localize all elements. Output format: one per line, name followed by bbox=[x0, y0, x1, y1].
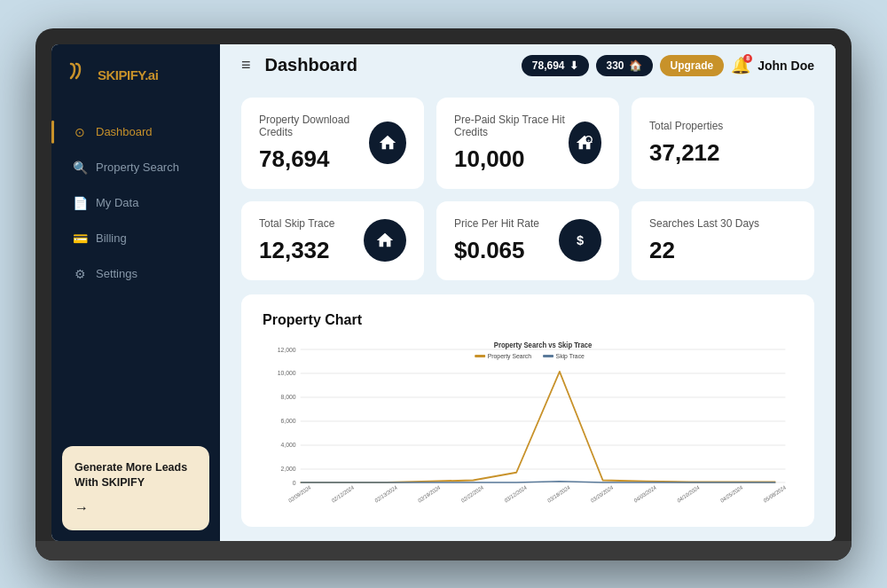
stat-value: 22 bbox=[649, 237, 759, 264]
stat-label: Price Per Hit Rate bbox=[454, 217, 539, 230]
svg-text:02/09/2024: 02/09/2024 bbox=[287, 483, 311, 503]
sidebar-item-label: Property Search bbox=[96, 161, 179, 174]
stat-icon-home bbox=[369, 122, 406, 164]
svg-text:03/18/2024: 03/18/2024 bbox=[547, 483, 571, 503]
header: ≡ Dashboard 78,694 ⬇ 330 🏠 Upgrade bbox=[220, 44, 836, 87]
stat-icon-dollar: $ bbox=[559, 219, 601, 262]
svg-text:8,000: 8,000 bbox=[280, 392, 295, 401]
laptop-base bbox=[35, 541, 852, 561]
promo-arrow: → bbox=[75, 500, 197, 516]
stat-icon-skip-trace: + bbox=[569, 122, 601, 164]
stat-value: $0.065 bbox=[454, 237, 539, 264]
dashboard-body: Property Download Credits 78,694 Pre-Pai… bbox=[220, 87, 836, 541]
logo-text: SKIPIFY.ai bbox=[98, 67, 158, 82]
promo-text: Generate More Leads With SKIPIFY bbox=[75, 460, 197, 491]
chart-card: Property Chart bbox=[241, 294, 814, 527]
menu-icon[interactable]: ≡ bbox=[241, 56, 251, 74]
stat-label: Total Properties bbox=[649, 120, 723, 132]
stat-card-total-properties: Total Properties 37,212 bbox=[632, 98, 814, 189]
svg-text:10,000: 10,000 bbox=[278, 368, 296, 377]
sidebar-item-label: Billing bbox=[96, 231, 127, 245]
svg-text:2,000: 2,000 bbox=[280, 464, 295, 473]
sidebar-item-label: Settings bbox=[96, 267, 137, 280]
sidebar: SKIPIFY.ai ⊙ Dashboard 🔍 Property Search… bbox=[51, 44, 220, 541]
svg-text:02/22/2024: 02/22/2024 bbox=[460, 483, 484, 503]
svg-text:04/10/2024: 04/10/2024 bbox=[677, 483, 701, 503]
svg-text:03/20/2024: 03/20/2024 bbox=[590, 483, 614, 503]
svg-text:12,000: 12,000 bbox=[278, 345, 296, 354]
chart-title: Property Chart bbox=[263, 312, 793, 328]
svg-text:02/13/2024: 02/13/2024 bbox=[374, 483, 398, 503]
stats-grid: Property Download Credits 78,694 Pre-Pai… bbox=[241, 98, 814, 280]
upgrade-label: Upgrade bbox=[671, 59, 714, 72]
svg-text:$: $ bbox=[577, 233, 584, 247]
svg-rect-20 bbox=[543, 355, 553, 357]
laptop-shell: SKIPIFY.ai ⊙ Dashboard 🔍 Property Search… bbox=[35, 28, 852, 561]
stat-label: Pre-Paid Skip Trace Hit Credits bbox=[454, 114, 569, 138]
sidebar-item-settings[interactable]: ⚙ Settings bbox=[59, 257, 213, 291]
page-title: Dashboard bbox=[265, 55, 511, 75]
main-content: ≡ Dashboard 78,694 ⬇ 330 🏠 Upgrade bbox=[220, 44, 836, 541]
stat-card-skip-trace-credits: Pre-Paid Skip Trace Hit Credits 10,000 + bbox=[436, 98, 619, 189]
stat-label: Searches Last 30 Days bbox=[649, 217, 759, 230]
stat-value: 37,212 bbox=[649, 139, 723, 167]
download-credits-badge: 78,694 ⬇ bbox=[522, 55, 589, 76]
search-icon: 🔍 bbox=[73, 161, 87, 175]
user-name: John Doe bbox=[757, 59, 814, 73]
svg-rect-18 bbox=[475, 355, 485, 357]
svg-text:02/12/2024: 02/12/2024 bbox=[331, 483, 355, 503]
stat-value: 10,000 bbox=[454, 145, 569, 173]
sidebar-logo: SKIPIFY.ai bbox=[51, 44, 220, 106]
sidebar-item-property-search[interactable]: 🔍 Property Search bbox=[59, 151, 213, 184]
badge-value: 78,694 bbox=[532, 59, 565, 72]
download-icon: ⬇ bbox=[569, 59, 578, 72]
logo-skipify: SKIPIFY bbox=[98, 67, 145, 82]
svg-text:0: 0 bbox=[293, 478, 296, 487]
sidebar-nav: ⊙ Dashboard 🔍 Property Search 📄 My Data … bbox=[51, 106, 220, 435]
stat-card-price-per-hit: Price Per Hit Rate $0.065 $ bbox=[436, 201, 619, 280]
svg-text:03/12/2024: 03/12/2024 bbox=[504, 483, 528, 503]
header-badges: 78,694 ⬇ 330 🏠 Upgrade 🔔 8 bbox=[522, 55, 814, 76]
billing-icon: 💳 bbox=[73, 231, 87, 246]
logo-icon bbox=[66, 60, 90, 90]
stat-card-total-skip-trace: Total Skip Trace 12,332 bbox=[241, 201, 424, 280]
upgrade-button[interactable]: Upgrade bbox=[660, 55, 725, 76]
stat-card-searches-30-days: Searches Last 30 Days 22 bbox=[632, 201, 814, 280]
sidebar-item-billing[interactable]: 💳 Billing bbox=[59, 222, 213, 255]
notification-button[interactable]: 🔔 8 bbox=[731, 56, 750, 75]
data-icon: 📄 bbox=[73, 196, 87, 210]
svg-text:+: + bbox=[587, 137, 590, 143]
dashboard-icon: ⊙ bbox=[73, 125, 87, 139]
svg-text:Skip Trace: Skip Trace bbox=[556, 351, 585, 360]
laptop-screen: SKIPIFY.ai ⊙ Dashboard 🔍 Property Search… bbox=[51, 44, 836, 541]
sidebar-item-label: Dashboard bbox=[96, 125, 153, 138]
svg-text:4,000: 4,000 bbox=[280, 440, 295, 449]
properties-badge: 330 🏠 bbox=[596, 55, 653, 76]
sidebar-item-my-data[interactable]: 📄 My Data bbox=[59, 186, 213, 220]
stat-label: Total Skip Trace bbox=[259, 217, 334, 230]
stat-label: Property Download Credits bbox=[259, 114, 369, 138]
app-layout: SKIPIFY.ai ⊙ Dashboard 🔍 Property Search… bbox=[51, 44, 836, 541]
stat-icon-skip bbox=[364, 219, 406, 262]
home-icon: 🏠 bbox=[629, 59, 642, 72]
stat-value: 78,694 bbox=[259, 145, 369, 173]
stat-card-download-credits: Property Download Credits 78,694 bbox=[241, 98, 424, 189]
svg-text:Property Search vs Skip Trace: Property Search vs Skip Trace bbox=[494, 341, 593, 349]
svg-text:04/03/2024: 04/03/2024 bbox=[633, 483, 657, 503]
sidebar-item-label: My Data bbox=[96, 196, 138, 209]
chart-area: 0 2,000 4,000 6,000 8,000 10,000 12,000 … bbox=[263, 341, 793, 509]
svg-text:02/19/2024: 02/19/2024 bbox=[417, 483, 441, 503]
logo-ai: .ai bbox=[145, 67, 158, 82]
svg-text:Property Search: Property Search bbox=[488, 351, 531, 360]
svg-text:6,000: 6,000 bbox=[280, 416, 295, 425]
gear-icon: ⚙ bbox=[73, 267, 87, 281]
svg-text:05/08/2024: 05/08/2024 bbox=[763, 483, 787, 503]
sidebar-item-dashboard[interactable]: ⊙ Dashboard bbox=[59, 115, 213, 149]
stat-value: 12,332 bbox=[259, 237, 334, 264]
notification-badge: 8 bbox=[743, 54, 752, 63]
badge-value: 330 bbox=[607, 59, 624, 72]
sidebar-promo[interactable]: Generate More Leads With SKIPIFY → bbox=[62, 446, 209, 530]
svg-text:04/25/2024: 04/25/2024 bbox=[719, 483, 743, 503]
